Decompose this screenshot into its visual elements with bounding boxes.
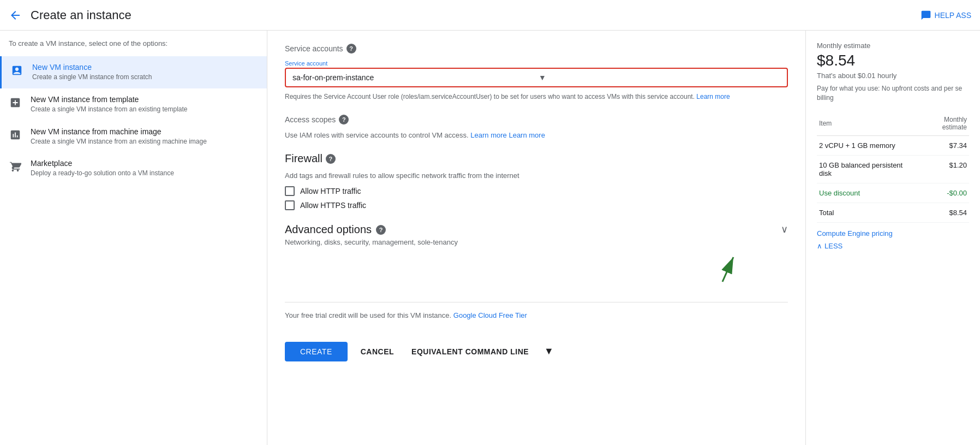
pricing-sidebar: Monthly estimate $8.54 That's about $0.0… [805,31,980,445]
service-account-value: sa-for-on-prem-instance [292,73,534,82]
marketplace-icon [9,160,22,173]
access-scopes-learn-more-link[interactable]: Learn more [509,131,545,139]
service-account-field-label: Service account [285,60,788,67]
chevron-up-icon: ∧ [817,242,822,250]
pricing-item-value: $7.34 [916,135,969,155]
access-scopes-help-icon[interactable]: ? [339,115,349,124]
pricing-table-row: 10 GB balanced persistent disk$1.20 [817,155,969,183]
back-button[interactable] [9,8,22,22]
pricing-item-name: 2 vCPU + 1 GB memory [817,135,916,155]
sidebar-item-marketplace[interactable]: Marketplace Deploy a ready-to-go solutio… [0,152,267,185]
firewall-section: Firewall ? Add tags and firewall rules t… [285,152,788,210]
sidebar-item-machine-image-label: New VM instance from machine image [31,127,207,136]
http-traffic-checkbox[interactable] [285,186,295,196]
green-arrow-annotation [679,252,744,284]
google-cloud-free-tier-link[interactable]: Google Cloud Free Tier [453,311,527,319]
pricing-item-name: Use discount [817,183,916,203]
access-scopes-learn-more[interactable]: Learn more [470,131,506,139]
sidebar: To create a VM instance, select one of t… [0,31,267,445]
access-scopes-section: Access scopes ? Use IAM roles with servi… [285,115,788,139]
firewall-title: Firewall ? [285,152,788,165]
pricing-less-button[interactable]: ∧ LESS [817,242,842,250]
firewall-desc: Add tags and firewall rules to allow spe… [285,171,788,180]
https-traffic-checkbox-row[interactable]: Allow HTTPS traffic [285,200,788,210]
vm-instance-icon [10,64,23,77]
https-traffic-checkbox[interactable] [285,200,295,210]
firewall-help-icon[interactable]: ? [326,154,336,164]
service-account-note: Requires the Service Account User role (… [285,92,788,102]
equivalent-command-line-button[interactable]: EQUIVALENT COMMAND LINE [407,342,533,361]
sidebar-item-machine-image[interactable]: New VM instance from machine image Creat… [0,121,267,153]
sidebar-item-marketplace-label: Marketplace [31,159,174,168]
pricing-table: Item Monthly estimate 2 vCPU + 1 GB memo… [817,111,969,223]
service-account-dropdown[interactable]: sa-for-on-prem-instance ▼ [285,68,788,87]
content-area: Service accounts ? Service account sa-fo… [267,31,805,445]
create-button[interactable]: CREATE [285,342,348,361]
access-scopes-title: Access scopes ? [285,115,788,124]
pricing-desc: Pay for what you use: No upfront costs a… [817,84,969,103]
sidebar-item-template-desc: Create a single VM instance from an exis… [31,105,187,114]
compute-engine-pricing-link[interactable]: Compute Engine pricing [817,229,969,238]
vm-template-icon [9,96,22,109]
pricing-item-value: -$0.00 [916,183,969,203]
arrow-annotation [285,252,788,284]
advanced-options-help-icon[interactable]: ? [376,225,386,235]
pricing-col-item: Item [817,111,916,136]
pricing-table-row: Use discount-$0.00 [817,183,969,203]
help-label: HELP ASS [935,11,971,20]
service-accounts-title: Service accounts ? [285,44,788,54]
pricing-table-row: 2 vCPU + 1 GB memory$7.34 [817,135,969,155]
sidebar-item-machine-image-desc: Create a single VM instance from an exis… [31,137,207,146]
pricing-col-estimate: Monthly estimate [916,111,969,136]
https-traffic-label: Allow HTTPS traffic [300,201,366,210]
page-title: Create an instance [31,8,921,22]
service-accounts-section: Service accounts ? Service account sa-fo… [285,44,788,102]
top-bar: Create an instance HELP ASS [0,0,980,31]
cancel-button[interactable]: CANCEL [356,342,398,361]
pricing-hourly: That's about $0.01 hourly [817,72,969,80]
advanced-options-desc: Networking, disks, security, management,… [285,238,458,246]
help-button[interactable]: HELP ASS [921,10,971,21]
pricing-label: Monthly estimate [817,41,969,50]
pricing-table-row: Total$8.54 [817,203,969,222]
sidebar-item-new-vm-label: New VM instance [32,63,152,72]
advanced-options-chevron-icon[interactable]: ∨ [781,223,788,235]
sidebar-item-new-vm-template[interactable]: New VM instance from template Create a s… [0,88,267,121]
bottom-buttons: CREATE CANCEL EQUIVALENT COMMAND LINE ▼ [285,333,788,361]
http-traffic-label: Allow HTTP traffic [300,187,361,195]
service-account-learn-more[interactable]: Learn more [696,93,730,100]
svg-line-1 [722,257,733,282]
access-scopes-desc: Use IAM roles with service accounts to c… [285,131,788,139]
pricing-item-value: $8.54 [916,203,969,222]
advanced-options-section: Advanced options ? Networking, disks, se… [285,223,788,284]
sidebar-item-marketplace-desc: Deploy a ready-to-go solution onto a VM … [31,169,174,178]
equivalent-dropdown-button[interactable]: ▼ [542,341,556,361]
pricing-item-name: Total [817,203,916,222]
sidebar-item-new-vm-desc: Create a single VM instance from scratch [32,73,152,82]
advanced-options-title: Advanced options [285,223,372,236]
service-accounts-help-icon[interactable]: ? [346,44,356,54]
main-layout: To create a VM instance, select one of t… [0,31,980,445]
sidebar-item-template-label: New VM instance from template [31,95,187,104]
pricing-amount: $8.54 [817,52,969,69]
http-traffic-checkbox-row[interactable]: Allow HTTP traffic [285,186,788,196]
pricing-item-value: $1.20 [916,155,969,183]
pricing-item-name: 10 GB balanced persistent disk [817,155,916,183]
sidebar-item-new-vm[interactable]: New VM instance Create a single VM insta… [0,56,267,88]
machine-image-icon [9,128,22,141]
free-trial-notice: Your free trial credit will be used for … [285,302,788,319]
sidebar-intro: To create a VM instance, select one of t… [0,39,267,56]
dropdown-arrow-icon: ▼ [539,73,780,82]
